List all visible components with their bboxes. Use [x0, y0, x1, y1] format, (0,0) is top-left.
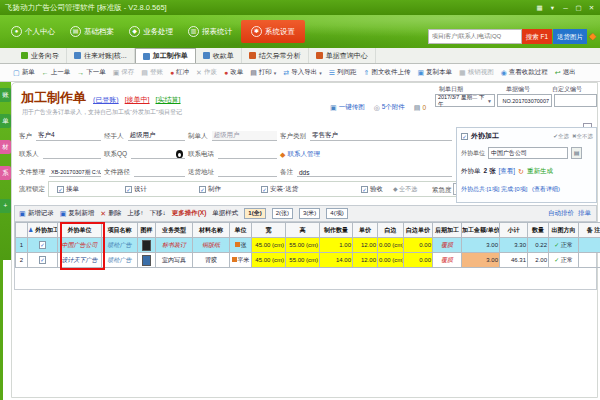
grid-toolbar-button[interactable]: 更多操作(X)	[172, 209, 207, 218]
maximize-icon[interactable]: ▢	[573, 0, 584, 15]
custom-no-field[interactable]	[554, 94, 597, 107]
grid-cell[interactable]: 标书装订	[156, 238, 193, 253]
grid-cell[interactable]: 46.31	[500, 253, 528, 268]
grid-toolbar-button[interactable]: 单据样式	[212, 209, 238, 218]
grid-cell[interactable]: 背胶	[193, 253, 230, 268]
menu-item[interactable]: ✱系统设置	[241, 20, 305, 43]
doc-tab[interactable]: 业务向导	[14, 48, 67, 63]
grid-cell[interactable]: 张	[230, 238, 252, 253]
grid-cell[interactable]	[579, 238, 600, 253]
toolbar-button-column-width[interactable]: ☰列间距	[329, 68, 357, 77]
menu-item[interactable]: ●个人中心	[5, 23, 61, 40]
toolbar-button-new-doc[interactable]: ▢新单	[13, 68, 35, 77]
sidebar-tab[interactable]: 账	[0, 88, 11, 102]
grid-cell[interactable]: 0.00 (cm)	[378, 238, 404, 253]
form-field-value[interactable]: 超级用户	[128, 131, 186, 141]
sidebar-tab[interactable]: 单	[0, 114, 11, 128]
grid-cell[interactable]: 45.00 (cm)	[252, 253, 286, 268]
form-field-value[interactable]	[131, 150, 185, 159]
grid-toolbar-button[interactable]: ▣新增记录	[19, 209, 54, 218]
grid-cell[interactable]: 0.00 (cm)	[378, 253, 404, 268]
menu-item[interactable]: ▤基础档案	[64, 23, 120, 40]
sidebar-tab[interactable]: +	[0, 199, 11, 213]
grid-cell[interactable]: 喷绘广告	[102, 238, 138, 253]
process-step-checkbox[interactable]: ✓	[199, 186, 206, 193]
menu-item[interactable]: ◆业务处理	[123, 23, 179, 40]
form-field-value[interactable]	[134, 176, 185, 177]
form-field-value[interactable]	[43, 158, 102, 159]
grid-cell[interactable]: 1	[16, 238, 28, 253]
grid-cell[interactable]: 55.00 (cm)	[286, 238, 320, 253]
grid-cell[interactable]: 12.00	[353, 238, 378, 253]
grid-cell[interactable]: 2	[16, 253, 28, 268]
grid-right-link[interactable]: 自动排价	[548, 209, 574, 218]
toolbar-button-payment-history[interactable]: ◉查看收款过程	[501, 68, 548, 77]
grid-toolbar-button[interactable]: ✕删除	[100, 209, 121, 218]
outsource-checkbox[interactable]: ✓	[461, 133, 468, 140]
deselect-all-link[interactable]: ◆ 全不选	[393, 185, 417, 194]
doc-tab[interactable]: 往来对账|核...	[67, 48, 135, 63]
toolbar-button-edit-doc[interactable]: ●改单	[224, 68, 243, 77]
toolbar-button-upload[interactable]: ⇑图文收件上传	[364, 68, 411, 77]
grid-cell[interactable]: ✓ 正常	[549, 253, 579, 268]
grid-cell[interactable]: 室内写真	[156, 253, 193, 268]
grid-cell[interactable]: 覆膜	[433, 253, 462, 268]
toolbar-button-exit[interactable]: ↩退出	[555, 68, 576, 77]
grid-cell[interactable]: 设计天下广告	[58, 253, 102, 268]
grid-cell[interactable]: 1.00	[320, 238, 353, 253]
grid-cell[interactable]: 覆膜	[433, 238, 462, 253]
process-step-checkbox[interactable]: ✓	[57, 186, 64, 193]
toolbar-button-prev[interactable]: ←上一单	[42, 68, 71, 77]
close-icon[interactable]: ✕	[586, 0, 597, 15]
delivery-image-button[interactable]: 送货图片	[553, 29, 587, 44]
print-count[interactable]: ▤ 0	[414, 104, 426, 112]
grid-view-tab[interactable]: 3(米)	[299, 208, 320, 219]
process-step-checkbox[interactable]: ✓	[261, 186, 268, 193]
minimize-icon[interactable]: ─	[560, 0, 571, 15]
status-link[interactable]: [实结算]	[156, 96, 181, 103]
search-button[interactable]: 搜索 F1	[522, 29, 552, 44]
grid-cell[interactable]: 3.00	[462, 238, 500, 253]
grid-cell[interactable]: 平米	[230, 253, 252, 268]
grid-cell[interactable]: 铜版纸	[193, 238, 230, 253]
process-step-checkbox[interactable]: ✓	[361, 186, 368, 193]
doc-no-field[interactable]: NO.201703070007	[497, 94, 552, 107]
grid-toolbar-button[interactable]: ▣复制新增	[60, 209, 95, 218]
toolbar-button-print[interactable]: ▤打印▾	[250, 68, 276, 77]
doc-tab[interactable]: 结欠异常分析	[242, 48, 309, 63]
grid-cell[interactable]: 0.22	[528, 238, 549, 253]
skin-icon[interactable]: ▾	[547, 0, 558, 15]
make-date-combobox[interactable]: 2017/3/7 星期二 下午 ▼	[435, 94, 495, 107]
form-field-value[interactable]: 客户4	[36, 131, 101, 141]
doc-tab[interactable]: 单据查询中心	[309, 48, 376, 63]
grid-right-link[interactable]: 排单	[578, 209, 591, 218]
grid-cell[interactable]: 3.30	[500, 238, 528, 253]
sidebar-tab[interactable]: 材	[0, 140, 11, 154]
grid-cell[interactable]: 3.00	[462, 253, 500, 268]
toolbar-button-next[interactable]: →下一单	[77, 68, 106, 77]
process-step-checkbox[interactable]: ✓	[125, 186, 132, 193]
grid-toolbar-button[interactable]: 上移↑	[127, 209, 143, 218]
attachments-link[interactable]: ◎ 5个附件	[374, 103, 405, 112]
contact-manage-link[interactable]: 联系人管理	[287, 150, 320, 159]
toolbar-button-import-export[interactable]: ⇄导入导出▾	[283, 68, 321, 77]
outsource-unit-browse-button[interactable]: ▤	[571, 147, 582, 159]
grid-cell[interactable]: ✓ 正常	[549, 238, 579, 253]
grid-cell[interactable]: 12.00	[353, 253, 378, 268]
apps-icon[interactable]: ▦	[534, 0, 545, 15]
grid-cell[interactable]: 2.00	[528, 253, 549, 268]
grid-cell[interactable]: 14.00	[320, 253, 353, 268]
toolbar-button-red-flush[interactable]: ●红冲	[170, 68, 189, 77]
grid-cell[interactable]	[579, 253, 600, 268]
select-none-link[interactable]: ✖全不选	[572, 133, 593, 140]
image-thumbnail[interactable]	[142, 255, 151, 266]
row-outsource-checkbox[interactable]: ✓	[39, 256, 46, 264]
grid-cell[interactable]: 55.00 (cm)	[286, 253, 320, 268]
sidebar-tab[interactable]: 系	[0, 166, 11, 180]
image-thumbnail[interactable]	[142, 240, 151, 251]
view-outsource-orders-link[interactable]: [查看]	[498, 167, 515, 176]
regenerate-link[interactable]: 重新生成	[527, 167, 553, 176]
form-field-value[interactable]: dds	[297, 169, 452, 177]
search-input[interactable]	[428, 29, 522, 44]
form-field-value[interactable]: XB-20170307期 C:\Users	[49, 169, 101, 177]
